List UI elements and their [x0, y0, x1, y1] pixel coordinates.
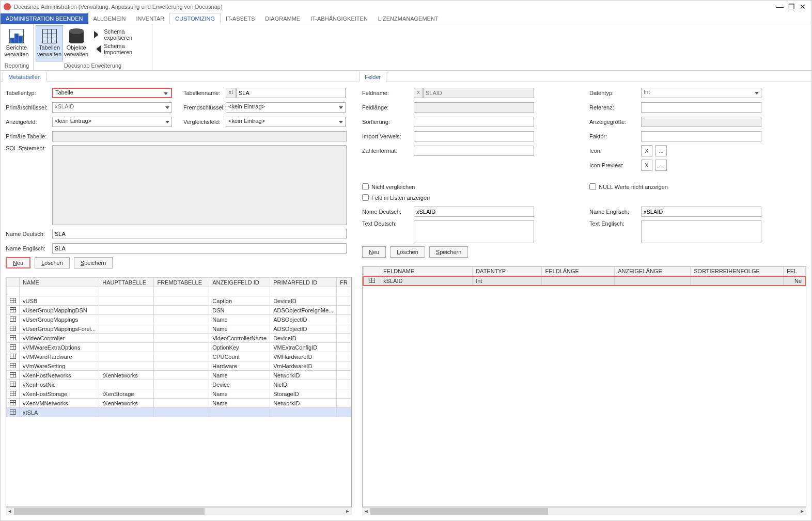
scroll-left-icon[interactable]: ◄	[363, 509, 369, 515]
lbl-name-de: Name Deutsch:	[6, 231, 52, 237]
grid-filter-row[interactable]	[7, 287, 351, 296]
tab-itabhaengigkeiten[interactable]: IT-ABHÄNGIGKEITEN	[305, 13, 373, 24]
table-row[interactable]: vUserGroupMappingDSNDSNADSObjectForeignM…	[7, 306, 351, 315]
icon-clear-button[interactable]: X	[641, 145, 652, 156]
table-row[interactable]: xSLAIDIntNe	[363, 276, 805, 286]
table-icon	[10, 391, 16, 396]
reports-manage-button[interactable]: Berichte verwalten	[3, 25, 30, 61]
table-row[interactable]: vXenHostStoragetXenStorageNameStorageID	[7, 389, 351, 399]
tab-allgemein[interactable]: ALLGEMEIN	[88, 13, 131, 24]
table-row[interactable]: vVMWareHardwareCPUCountVMHardwareID	[7, 352, 351, 361]
subtab-metatabellen[interactable]: Metatabellen	[3, 72, 46, 82]
zahlenformat-input[interactable]	[414, 146, 534, 156]
main-tabs: Administration beenden ALLGEMEIN INVENTA…	[1, 13, 811, 24]
field-name-de-input[interactable]	[414, 207, 534, 217]
table-icon	[10, 400, 16, 405]
field-text-de-textarea[interactable]	[414, 220, 534, 243]
tab-itassets[interactable]: IT-ASSETS	[221, 13, 260, 24]
scroll-left-icon[interactable]: ◄	[7, 509, 13, 515]
icon-browse-button[interactable]: ...	[655, 145, 667, 156]
right-speichern-button[interactable]: Speichern	[429, 246, 469, 258]
importverweis-input[interactable]	[414, 131, 534, 141]
tab-inventar[interactable]: INVENTAR	[131, 13, 170, 24]
felder-grid[interactable]: FELDNAME DATENTYP FELDLÄNGE ANZEIGELÄNGE…	[362, 266, 806, 507]
left-neu-button[interactable]: Neu	[6, 257, 30, 269]
left-loeschen-button[interactable]: Löschen	[35, 257, 70, 269]
metatabellen-grid[interactable]: NAME HAUPTTABELLE FREMDTABELLE ANZEIGEFE…	[6, 277, 352, 507]
feldname-prefix: x	[414, 88, 423, 98]
ribbon: Berichte verwalten Reporting Tabellen ve…	[1, 24, 811, 71]
lbl-tabellenname: Tabellenname:	[180, 90, 226, 96]
table-row[interactable]: vVideoControllerVideoControllerNameDevic…	[7, 334, 351, 343]
table-row[interactable]: vXenHostNetworkstXenNetworksNameNetworkI…	[7, 371, 351, 380]
feldname-input	[423, 88, 534, 98]
anzeigefeld-select[interactable]: <kein Eintrag>	[52, 117, 172, 127]
right-grid-hscrollbar[interactable]: ◄ ►	[362, 507, 806, 515]
tab-lizenzmanagement[interactable]: LIZENZMANAGEMENT	[373, 13, 444, 24]
tables-manage-button[interactable]: Tabellen verwalten	[36, 25, 63, 61]
table-icon	[10, 298, 16, 303]
table-row[interactable]: vVmWareSettingHardwareVmHardwareID	[7, 361, 351, 371]
maximize-button[interactable]: ❐	[786, 3, 797, 11]
lbl-vergleichsfeld: Vergleichsfeld:	[180, 119, 226, 125]
vergleichsfeld-select[interactable]: <kein Eintrag>	[226, 117, 346, 127]
table-row[interactable]: vXenVMNetworkstXenNetworksNameNetworkID	[7, 399, 351, 408]
field-name-en-input[interactable]	[641, 207, 761, 217]
scroll-right-icon[interactable]: ►	[799, 509, 805, 515]
left-grid-hscrollbar[interactable]: ◄ ►	[6, 507, 352, 515]
table-icon	[10, 317, 16, 322]
subtab-felder[interactable]: Felder	[359, 72, 386, 82]
app-icon	[4, 3, 11, 10]
lbl-fremdschluessel: Fremdschlüssel:	[180, 104, 226, 110]
primaere-tabelle-input	[52, 131, 347, 141]
iconpreview-browse-button[interactable]: ...	[655, 160, 667, 171]
table-row[interactable]: vUSBCaptionDeviceID	[7, 296, 351, 306]
referenz-input[interactable]	[641, 102, 761, 113]
right-neu-button[interactable]: Neu	[362, 246, 386, 258]
chart-icon	[9, 29, 24, 43]
name-deutsch-input[interactable]	[52, 229, 347, 239]
chk-feld-in-listen[interactable]: Feld in Listen anzeigen	[362, 194, 579, 201]
table-row[interactable]: vVMWareExtraOptionsOptionKeyVMExtraConfi…	[7, 343, 351, 352]
window-title: Docusnap Administration (Verwaltung, Anp…	[14, 4, 223, 10]
fremdschluessel-select[interactable]: <kein Eintrag>	[226, 102, 346, 113]
tabellenname-prefix: xt	[226, 88, 236, 98]
table-icon	[10, 307, 16, 312]
schema-import-button[interactable]: Schema importieren	[89, 42, 150, 56]
scroll-thumb[interactable]	[370, 508, 548, 515]
table-row[interactable]: xtSLA	[7, 408, 351, 417]
import-icon	[94, 45, 101, 53]
tab-customizing[interactable]: CUSTOMIZING	[169, 13, 221, 24]
close-button[interactable]: ✕	[797, 3, 808, 11]
tabellenname-input[interactable]	[236, 88, 346, 98]
table-row[interactable]: vUserGroupMappingsNameADSObjectID	[7, 315, 351, 324]
table-icon	[10, 363, 16, 368]
right-loeschen-button[interactable]: Löschen	[390, 246, 425, 258]
datentyp-select: Int	[641, 88, 761, 98]
tab-diagramme[interactable]: DIAGRAMME	[260, 13, 305, 24]
lbl-sql: SQL Statement:	[6, 145, 52, 151]
anzeigegroesse-input	[641, 117, 761, 127]
chk-nicht-vergleichen[interactable]: Nicht vergleichen	[362, 183, 579, 190]
tabellentyp-select[interactable]: Tabelle	[52, 88, 172, 98]
table-row[interactable]: vXenHostNicDeviceNicID	[7, 380, 351, 389]
table-row[interactable]: vUserGroupMappingsForei...NameADSObjectI…	[7, 324, 351, 334]
scroll-thumb[interactable]	[14, 508, 205, 515]
chk-null-werte[interactable]: NULL Werte nicht anzeigen	[589, 183, 806, 190]
minimize-button[interactable]: —	[774, 3, 786, 11]
field-text-en-textarea[interactable]	[641, 220, 761, 243]
primaerschluessel-select[interactable]: xSLAID	[52, 102, 172, 113]
iconpreview-clear-button[interactable]: X	[641, 160, 652, 171]
name-englisch-input[interactable]	[52, 243, 347, 254]
table-icon	[369, 278, 375, 283]
faktor-input[interactable]	[641, 131, 761, 141]
left-speichern-button[interactable]: Speichern	[74, 257, 113, 269]
objects-icon	[69, 29, 84, 43]
table-icon	[10, 335, 16, 340]
tab-file[interactable]: Administration beenden	[1, 13, 88, 24]
schema-export-button[interactable]: Schema exportieren	[89, 27, 150, 42]
objects-manage-button[interactable]: Objekte verwalten	[63, 25, 89, 61]
scroll-right-icon[interactable]: ►	[345, 509, 351, 515]
sql-statement-textarea[interactable]	[52, 145, 347, 225]
sortierung-input[interactable]	[414, 117, 534, 127]
